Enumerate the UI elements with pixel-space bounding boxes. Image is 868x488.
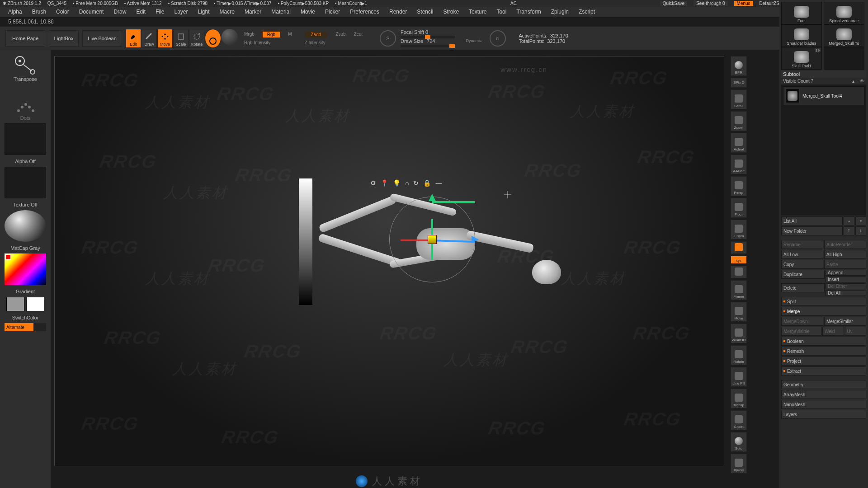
project-button[interactable]: Project <box>781 357 866 366</box>
menu-color[interactable]: Color <box>56 9 69 15</box>
model-skeleton[interactable] <box>299 183 552 300</box>
menu-render[interactable]: Render <box>389 9 407 15</box>
tool-thumb-spinal[interactable]: Spinal vertabrae <box>824 2 864 24</box>
focal-shift-label[interactable]: Focal Shift 0 <box>401 29 428 35</box>
draw-size-slider[interactable] <box>401 45 455 47</box>
subtool-list[interactable]: Merged_Skull Tool4 <box>781 84 866 216</box>
copy-button[interactable]: Copy <box>781 260 823 269</box>
del-other-button[interactable]: Del Other <box>826 283 866 289</box>
autoreorder-button[interactable]: AutoReorder <box>824 240 866 249</box>
floor-button[interactable]: Floor <box>731 198 747 218</box>
menu-material[interactable]: Material <box>271 9 291 15</box>
aahalf-button[interactable]: AAHalf <box>731 155 747 174</box>
seethrough-slider[interactable]: See-through 0 <box>693 1 727 6</box>
menu-preferences[interactable]: Preferences <box>350 9 379 15</box>
paste-button[interactable]: Paste <box>824 260 866 269</box>
del-all-button[interactable]: Del All <box>826 290 866 296</box>
remesh-button[interactable]: Remesh <box>781 347 866 356</box>
all-low-button[interactable]: All Low <box>781 250 823 259</box>
split-button[interactable]: Split <box>781 297 866 306</box>
eye-icon[interactable]: 👁 <box>860 79 864 84</box>
linefill-button[interactable]: Line Fill <box>731 367 747 387</box>
switch-color[interactable] <box>6 297 44 311</box>
move-mode-button[interactable]: Move <box>157 29 173 48</box>
zsub-toggle[interactable]: Zsub <box>335 32 345 38</box>
rotate-mode-button[interactable]: Rotate <box>189 29 204 48</box>
transpose-tool[interactable]: Transpose <box>5 55 46 86</box>
transp-button[interactable]: Transp <box>731 389 747 408</box>
menu-macro[interactable]: Macro <box>220 9 235 15</box>
move-view-button[interactable]: Move <box>731 302 747 322</box>
persp-button[interactable]: Persp <box>731 176 747 196</box>
quicksave-button[interactable]: QuickSave <box>660 1 687 6</box>
viewport[interactable]: www.rrcg.cn RRCG RRCG RRCG RRCG RRCG RRC… <box>54 56 724 466</box>
focal-circle-icon[interactable]: S <box>380 30 396 47</box>
all-high-button[interactable]: All High <box>824 250 866 259</box>
menu-draw[interactable]: Draw <box>113 9 126 15</box>
menu-layer[interactable]: Layer <box>175 9 188 15</box>
menu-alpha[interactable]: Alpha <box>8 9 22 15</box>
rotate-view-button[interactable]: Rotate <box>731 345 747 365</box>
menu-edit[interactable]: Edit <box>136 9 146 15</box>
secondary-color[interactable] <box>26 297 44 311</box>
duplicate-button[interactable]: Duplicate <box>781 270 825 279</box>
menus-button[interactable]: Menus <box>734 1 753 6</box>
tool-thumb-merged[interactable]: Merged_Skull To <box>824 24 864 47</box>
menu-tool[interactable]: Tool <box>496 9 506 15</box>
gizmo-button[interactable] <box>205 29 221 48</box>
alpha-swatch[interactable] <box>5 123 46 155</box>
menu-light[interactable]: Light <box>198 9 210 15</box>
menu-picker[interactable]: Picker <box>325 9 340 15</box>
rename-button[interactable]: Rename <box>781 240 823 249</box>
color-picker[interactable] <box>5 253 46 285</box>
stroke-dots[interactable]: Dots <box>5 89 46 121</box>
transform-gizmo[interactable] <box>389 197 475 282</box>
lsym-button[interactable]: L.Sym <box>731 220 747 239</box>
alternate-button[interactable]: Alternate <box>5 323 46 331</box>
menu-zscript[interactable]: Zscript <box>579 9 595 15</box>
m-toggle[interactable]: M <box>288 32 292 38</box>
tool-thumb-skull[interactable]: 19Skull Tool1 <box>781 47 822 70</box>
arraymesh-section[interactable]: ArrayMesh <box>781 390 866 399</box>
menu-stencil[interactable]: Stencil <box>417 9 433 15</box>
boolean-button[interactable]: Boolean <box>781 337 866 346</box>
mrgb-toggle[interactable]: Mrgb <box>244 32 255 38</box>
uv-button[interactable]: Uv <box>845 327 867 336</box>
focal-shift-slider[interactable] <box>401 36 455 38</box>
lock-button[interactable] <box>731 241 747 254</box>
move-down-icon[interactable]: ▾ <box>855 216 866 225</box>
zoom-button[interactable]: Zoom <box>731 111 747 131</box>
ghost-button[interactable]: Ghost <box>731 410 747 430</box>
scroll-button[interactable]: Scroll <box>731 89 747 109</box>
menu-file[interactable]: File <box>156 9 164 15</box>
layers-section[interactable]: Layers <box>781 410 866 419</box>
geometry-section[interactable]: Geometry <box>781 380 866 389</box>
material-ball[interactable] <box>5 210 46 242</box>
solo-button[interactable]: Solo <box>731 432 747 452</box>
zoom3d-button[interactable]: Zoom3D <box>731 324 747 343</box>
zadd-toggle[interactable]: Zadd <box>305 32 328 38</box>
refresh-button[interactable] <box>731 266 747 278</box>
actual-button[interactable]: Actual <box>731 133 747 153</box>
scale-mode-button[interactable]: Scale <box>173 29 189 48</box>
move-top-icon[interactable]: ⤒ <box>844 226 854 235</box>
menu-transform[interactable]: Transform <box>516 9 541 15</box>
draw-size-value[interactable]: 724 <box>427 38 435 44</box>
bpr-button[interactable]: BPR <box>731 56 747 76</box>
merge-visible-button[interactable]: MergeVisible <box>781 327 821 336</box>
sphere-button[interactable] <box>222 29 238 45</box>
menu-marker[interactable]: Marker <box>245 9 261 15</box>
tool-thumb-shoulder[interactable]: Shoulder blades <box>781 24 822 47</box>
merge-button[interactable]: Merge <box>781 307 866 316</box>
new-folder-button[interactable]: New Folder <box>781 226 843 235</box>
merge-down-button[interactable]: MergeDown <box>781 317 823 326</box>
edit-mode-button[interactable]: Edit <box>126 29 141 48</box>
tool-thumb-empty[interactable] <box>824 47 864 70</box>
subtool-header[interactable]: Subtool <box>781 70 866 78</box>
texture-swatch[interactable] <box>5 167 46 198</box>
home-page-button[interactable]: Home Page <box>5 30 45 47</box>
list-all-button[interactable]: List All <box>781 216 843 225</box>
nanomesh-section[interactable]: NanoMesh <box>781 400 866 409</box>
dyn-circle-icon[interactable]: D <box>490 30 506 47</box>
zcut-toggle[interactable]: Zcut <box>354 32 363 38</box>
